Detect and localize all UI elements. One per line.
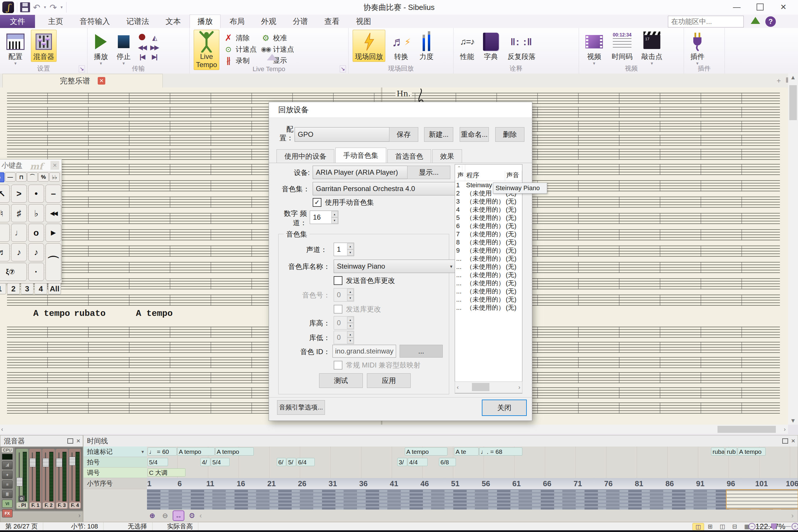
fader-handle[interactable] bbox=[30, 458, 36, 467]
save-config-button[interactable]: 保存 bbox=[389, 127, 418, 142]
voice-2-button[interactable]: 2 bbox=[7, 283, 20, 294]
score-rubato-mark[interactable]: rubato bbox=[73, 309, 107, 319]
tempo-chip[interactable]: A tempo bbox=[177, 448, 215, 456]
keypad-close-icon[interactable]: ✕ bbox=[51, 161, 59, 170]
live-tempo-clear-button[interactable]: ✗清除 bbox=[223, 33, 256, 43]
view-panorama-icon[interactable]: ◫ bbox=[692, 523, 704, 531]
tempo-row-dropdown-icon[interactable]: ▼ bbox=[140, 450, 145, 454]
view-spread-icon[interactable]: ◫ bbox=[717, 523, 728, 530]
transform-live-playback-button[interactable]: ♬⚡ 转换 bbox=[390, 30, 413, 62]
timeline-view-rectangle[interactable] bbox=[726, 489, 798, 509]
new-config-button[interactable]: 新建... bbox=[424, 127, 453, 142]
keypad-tie-button[interactable]: ⌒ bbox=[45, 243, 61, 281]
channel-row[interactable]: 6（未使用的）(无) bbox=[455, 222, 522, 230]
apply-button[interactable]: 应用 bbox=[367, 373, 411, 388]
keypad-layout-4-button[interactable]: ⌒ bbox=[27, 172, 38, 182]
dictionary-button[interactable]: 字典 bbox=[481, 30, 501, 62]
mixer-strip[interactable]: F. 2 bbox=[42, 449, 55, 509]
fader-handle[interactable] bbox=[56, 458, 62, 467]
timeline-settings-gear-icon[interactable]: ⚙ bbox=[187, 511, 197, 520]
channel-row[interactable]: 7（未使用的）(无) bbox=[455, 230, 522, 238]
video-button[interactable]: 视频▼ bbox=[583, 30, 605, 67]
timesig-chip[interactable]: 4/ bbox=[201, 458, 210, 466]
timesig-chip[interactable]: 6/8 bbox=[439, 458, 456, 466]
channel-list-header[interactable]: ⌃声 程序 声音 bbox=[455, 165, 522, 181]
keypad-rewind-button[interactable]: ◀◀ bbox=[45, 204, 61, 222]
click-icon[interactable]: ◭ bbox=[149, 34, 159, 42]
tab-file[interactable]: 文件 bbox=[0, 15, 35, 28]
mixer-vi-button[interactable]: VI bbox=[2, 500, 13, 508]
send-program-change-checkbox[interactable]: 发送音色库更改 bbox=[334, 276, 395, 285]
timecode-button[interactable]: 00:12:34 时间码 bbox=[609, 30, 635, 62]
keypad-accent-button[interactable]: > bbox=[11, 185, 27, 203]
tempo-chip[interactable]: A tempo bbox=[215, 448, 254, 456]
repeats-button[interactable]: ‖: :‖ 反复段落 bbox=[505, 30, 538, 62]
timesig-chip[interactable]: 3/ bbox=[397, 458, 407, 466]
voice-all-button[interactable]: All bbox=[48, 283, 61, 294]
mixer-button[interactable]: 混音器 bbox=[31, 30, 57, 62]
tab-note-input[interactable]: 音符输入 bbox=[72, 15, 117, 28]
document-tab[interactable]: 完整乐谱 ✕ bbox=[2, 74, 163, 88]
keypad-flat-button[interactable]: ♭ bbox=[28, 204, 44, 222]
sound-id-field[interactable]: ino.grand.steinway bbox=[332, 345, 396, 358]
rewind-icon[interactable]: ◀◀ bbox=[137, 44, 147, 51]
performance-button[interactable]: ♫=♪ 性能 bbox=[458, 30, 477, 62]
close-button[interactable]: ✕ bbox=[775, 2, 792, 12]
tab-manual-sound-sets[interactable]: 手动音色集 bbox=[336, 148, 386, 163]
fast-forward-icon[interactable]: ▶▶ bbox=[149, 44, 159, 51]
tab-active-devices[interactable]: 使用中的设备 bbox=[277, 149, 334, 163]
tab-effects[interactable]: 效果 bbox=[432, 149, 462, 163]
hit-points-button[interactable]: 敲击点▼ bbox=[639, 30, 665, 67]
live-tempo-dialog-launcher-icon[interactable]: ↘ bbox=[340, 65, 346, 72]
delete-config-button[interactable]: 删除 bbox=[495, 127, 525, 142]
channel-row[interactable]: ...（未使用的）(无) bbox=[455, 287, 522, 296]
voice-1-button[interactable]: 1 bbox=[0, 283, 6, 294]
bank-name-combo[interactable]: Steinway Piano▾ bbox=[334, 260, 456, 273]
keypad-eighth-note-button[interactable]: ♪ bbox=[11, 243, 27, 261]
keypad-whole-note-button[interactable]: o bbox=[28, 224, 44, 242]
keypad-sharp-button[interactable]: ♯ bbox=[11, 204, 27, 222]
mixer-narrow-button[interactable]: + bbox=[2, 471, 13, 479]
stop-button[interactable]: 停止▼ bbox=[114, 30, 133, 67]
sound-set-combo[interactable]: Garritan Personal Orchestra 4.0▾ bbox=[313, 182, 463, 195]
tempo-chip[interactable]: ♩. = 68 bbox=[479, 448, 522, 456]
score-tempo-mark-2[interactable]: A tempo bbox=[135, 309, 174, 319]
configuration-combo[interactable]: GPO▾ bbox=[294, 127, 399, 142]
play-button[interactable]: 播放▼ bbox=[92, 30, 110, 67]
bank-low-spinner[interactable]: 0▲▼ bbox=[334, 331, 354, 344]
minimize-button[interactable]: — bbox=[728, 2, 745, 12]
send-bank-change-checkbox[interactable]: 发送库更改 bbox=[334, 304, 381, 314]
tempo-chip[interactable]: ruba bbox=[711, 448, 724, 456]
keypad-play-button[interactable]: ▶ bbox=[45, 224, 61, 242]
strip-gear-icon[interactable]: ⚙ bbox=[18, 496, 25, 502]
channel-list-hscrollbar[interactable]: ‹ › bbox=[455, 381, 522, 393]
timeline-zoom-out-icon[interactable]: ⊖ bbox=[160, 511, 170, 520]
live-tempo-display-button[interactable]: 显示 bbox=[261, 56, 294, 65]
tab-preferred-sounds[interactable]: 首选音色 bbox=[387, 149, 431, 163]
mixer-meters-button[interactable]: .ıl bbox=[2, 461, 13, 469]
view-single-icon[interactable]: ⊟ bbox=[729, 523, 740, 530]
settings-dialog-launcher-icon[interactable]: ↘ bbox=[79, 65, 85, 72]
fader-handle[interactable] bbox=[43, 458, 49, 467]
document-tab-close-icon[interactable]: ✕ bbox=[98, 77, 105, 84]
live-tempo-record-button[interactable]: ∦录制 bbox=[223, 56, 256, 65]
help-icon[interactable]: ? bbox=[765, 16, 776, 27]
score-tempo-mark[interactable]: A tempo bbox=[32, 309, 71, 319]
channel-row[interactable]: ...（未使用的）(无) bbox=[455, 254, 522, 263]
tab-play[interactable]: 播放 bbox=[190, 15, 221, 28]
keypad-layout-1-button[interactable]: o bbox=[0, 172, 4, 182]
setup-button[interactable]: 配置▼ bbox=[4, 30, 27, 67]
mixer-strip[interactable]: F. 4 bbox=[69, 449, 81, 509]
mixer-float-icon[interactable] bbox=[68, 438, 73, 444]
zoom-in-button[interactable]: + bbox=[792, 523, 798, 530]
mixer-strip[interactable]: F. 3 bbox=[56, 449, 68, 509]
tab-layout[interactable]: 布局 bbox=[222, 15, 252, 28]
mixer-scroll[interactable]: ‹› bbox=[0, 512, 83, 521]
dynamics-button[interactable]: 力度 bbox=[417, 30, 436, 62]
keypad-tenuto-button[interactable]: – bbox=[45, 185, 61, 203]
test-button[interactable]: 测试 bbox=[319, 373, 363, 388]
timeline-zoom-in-icon[interactable]: ⊕ bbox=[147, 511, 157, 520]
keypad-layout-3-button[interactable]: ⊓ bbox=[16, 172, 26, 182]
channel-list[interactable]: ⌃声 程序 声音 1Steinway Pi...keyb 2（未使用(无) 3（… bbox=[455, 164, 522, 394]
rename-config-button[interactable]: 重命名... bbox=[460, 127, 489, 142]
